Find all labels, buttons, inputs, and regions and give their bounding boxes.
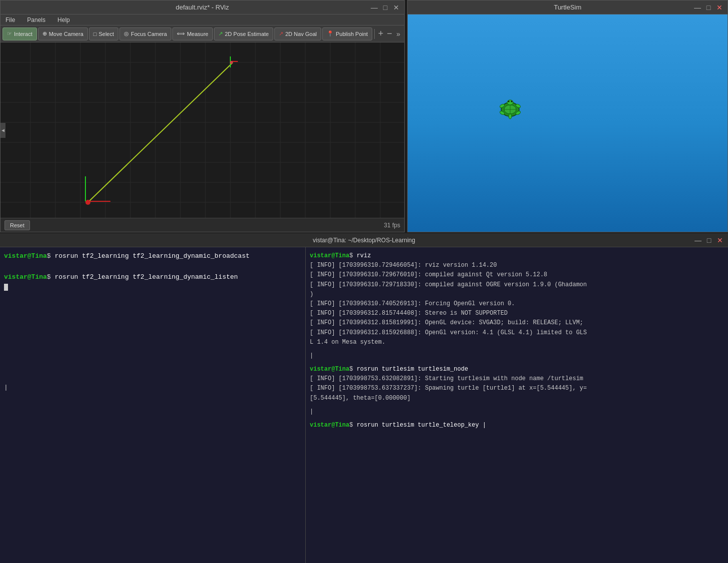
term-left-dollar1: $	[47, 252, 51, 260]
term-left-cursor-indicator: |	[4, 384, 8, 391]
publish-point-label: Publish Point	[336, 31, 368, 37]
focus-icon: ◎	[124, 30, 129, 37]
rviz-menubar: File Panels Help	[0, 14, 404, 25]
toolbar-focus-btn[interactable]: ◎ Focus Camera	[119, 27, 171, 40]
nav-goal-icon: ↗	[279, 30, 283, 37]
term-right-turtle-info2: [ INFO] [1703998753.637337237]: Spawning…	[310, 384, 724, 393]
rviz-reset-btn[interactable]: Reset	[4, 220, 30, 230]
rviz-sidebar-toggle[interactable]: ◀	[0, 123, 5, 138]
rviz-titlebar: default.rviz* - RViz — □ ✕	[0, 0, 404, 14]
terminal-container: vistar@Tina: ~/Desktop/ROS-Learning — □ …	[0, 233, 728, 563]
toolbar-interact-btn[interactable]: ☞ Interact	[2, 27, 37, 40]
terminal-right-panel[interactable]: vistar@Tina$ rviz [ INFO] [1703996310.72…	[306, 247, 728, 563]
rviz-window-controls: — □ ✕	[370, 3, 400, 11]
terminal-title: vistar@Tina: ~/Desktop/ROS-Learning	[34, 237, 694, 244]
term-right-info8: [ INFO] [1703996312.815926888]: OpenGl v…	[310, 328, 724, 338]
pose-estimate-icon: ↗	[218, 30, 223, 37]
rviz-minimize-btn[interactable]: —	[370, 3, 378, 11]
rviz-statusbar: Reset 31 fps	[0, 218, 404, 232]
toolbar-pose-estimate-btn[interactable]: ↗ 2D Pose Estimate	[214, 27, 273, 40]
svg-point-38	[511, 101, 513, 102]
term-right-cmd3: rosrun turtlesim turtle_teleop_key |	[357, 422, 486, 429]
rviz-close-btn[interactable]: ✕	[392, 3, 400, 11]
term-right-info4: )	[310, 290, 724, 299]
svg-point-28	[85, 200, 90, 205]
term-right-info6: [ INFO] [1703996312.815744408]: Stereo i…	[310, 309, 724, 318]
menu-panels[interactable]: Panels	[24, 15, 48, 24]
turtlesim-background	[408, 14, 728, 232]
term-right-cmd2: rosrun turtlesim turtlesim_node	[357, 366, 468, 373]
terminal-minimize-btn[interactable]: —	[694, 236, 702, 244]
rviz-title: default.rviz* - RViz	[34, 3, 370, 11]
rviz-fps: 31 fps	[384, 222, 400, 229]
svg-point-43	[509, 114, 512, 119]
rviz-maximize-btn[interactable]: □	[381, 3, 389, 11]
terminal-left-panel[interactable]: vistar@Tina$ rosrun tf2_learning tf2_lea…	[0, 247, 306, 563]
interact-label: Interact	[14, 31, 32, 37]
toolbar-minus-btn[interactable]: −	[386, 30, 394, 38]
term-left-bottom-area: |	[4, 383, 301, 393]
term-left-input-area: |	[4, 383, 301, 393]
pose-estimate-label: 2D Pose Estimate	[225, 31, 269, 37]
term-left-prompt2: vistar@Tina	[4, 273, 47, 281]
term-left-cursor	[4, 284, 8, 291]
term-right-info5: [ INFO] [1703996310.740526913]: Forcing …	[310, 299, 724, 309]
term-right-teleop-prompt: vistar@Tina$ rosrun turtlesim turtle_tel…	[310, 421, 724, 430]
term-right-line-rviz-prompt: vistar@Tina$ rviz	[310, 251, 724, 261]
term-right-dollar3: $	[349, 422, 353, 429]
turtlesim-window: TurtleSim — □ ✕	[407, 0, 728, 232]
measure-icon: ⟺	[177, 30, 185, 37]
turtlesim-minimize-btn[interactable]: —	[694, 3, 702, 11]
term-right-cmd1: rviz	[357, 252, 371, 259]
toolbar-nav-goal-btn[interactable]: ↗ 2D Nav Goal	[274, 27, 321, 40]
menu-help[interactable]: Help	[54, 15, 73, 24]
terminal-close-btn[interactable]: ✕	[716, 236, 724, 244]
term-right-info3: [ INFO] [1703996310.729718330]: compiled…	[310, 280, 724, 290]
turtlesim-title: TurtleSim	[442, 3, 694, 11]
move-camera-icon: ⊕	[42, 30, 47, 37]
toolbar-measure-btn[interactable]: ⟺ Measure	[172, 27, 213, 40]
turtlesim-maximize-btn[interactable]: □	[705, 3, 713, 11]
rviz-grid	[0, 42, 404, 218]
terminal-maximize-btn[interactable]: □	[705, 236, 713, 244]
term-right-dollar2: $	[349, 366, 353, 373]
toolbar-plus-btn[interactable]: +	[377, 30, 385, 38]
term-right-cursor-spacer: |	[310, 351, 724, 361]
term-left-cursor-line	[4, 282, 301, 293]
term-right-info9: L 1.4 on Mesa system.	[310, 338, 724, 347]
term-left-line1: vistar@Tina$ rosrun tf2_learning tf2_lea…	[4, 251, 301, 262]
svg-rect-0	[0, 42, 404, 218]
toolbar-move-camera-btn[interactable]: ⊕ Move Camera	[38, 27, 88, 40]
select-icon: □	[93, 31, 97, 37]
menu-file[interactable]: File	[2, 15, 18, 24]
nav-goal-label: 2D Nav Goal	[285, 31, 317, 37]
publish-point-icon: 📍	[327, 30, 334, 37]
rviz-toolbar: ☞ Interact ⊕ Move Camera □ Select ◎ Focu…	[0, 25, 404, 42]
toolbar-select-btn[interactable]: □ Select	[89, 27, 118, 40]
move-camera-label: Move Camera	[49, 31, 83, 37]
sidebar-arrow-icon: ◀	[1, 127, 4, 133]
toolbar-publish-point-btn[interactable]: 📍 Publish Point	[322, 27, 372, 40]
term-right-info1: [ INFO] [1703996310.729466054]: rviz ver…	[310, 261, 724, 270]
toolbar-more-btn[interactable]: »	[394, 30, 402, 38]
term-right-cursor2: |	[310, 407, 724, 417]
svg-point-36	[507, 100, 513, 105]
term-left-cmd1: rosrun tf2_learning tf2_learning_dynamic…	[54, 252, 249, 260]
term-left-cmd2: rosrun tf2_learning tf2_learning_dynamic…	[54, 273, 238, 281]
svg-point-37	[508, 101, 510, 102]
term-right-spacer4	[310, 417, 724, 421]
term-left-prompt1: vistar@Tina	[4, 252, 47, 260]
turtlesim-close-btn[interactable]: ✕	[716, 3, 724, 11]
turtlesim-window-controls: — □ ✕	[694, 3, 724, 11]
rviz-viewport[interactable]: ◀	[0, 42, 404, 218]
terminal-body: vistar@Tina$ rosrun tf2_learning tf2_lea…	[0, 247, 728, 563]
turtlesim-viewport	[408, 14, 728, 232]
terminal-titlebar: vistar@Tina: ~/Desktop/ROS-Learning — □ …	[0, 233, 728, 247]
terminal-window-controls: — □ ✕	[694, 236, 724, 244]
term-left-line2: vistar@Tina$ rosrun tf2_learning tf2_lea…	[4, 272, 301, 283]
term-left-dollar2: $	[47, 273, 51, 281]
term-right-turtle-info1: [ INFO] [1703998753.632082891]: Starting…	[310, 374, 724, 384]
term-right-spacer1	[310, 347, 724, 351]
select-label: Select	[98, 31, 114, 37]
term-right-spacer2	[310, 361, 724, 365]
